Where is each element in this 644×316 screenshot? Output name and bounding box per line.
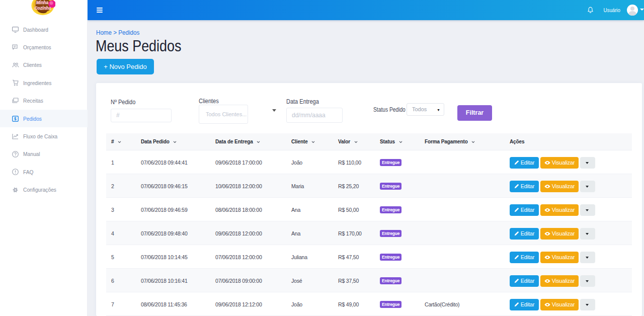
svg-text:Minha: Minha [36,0,49,5]
svg-text:Cozinha: Cozinha [34,6,51,11]
